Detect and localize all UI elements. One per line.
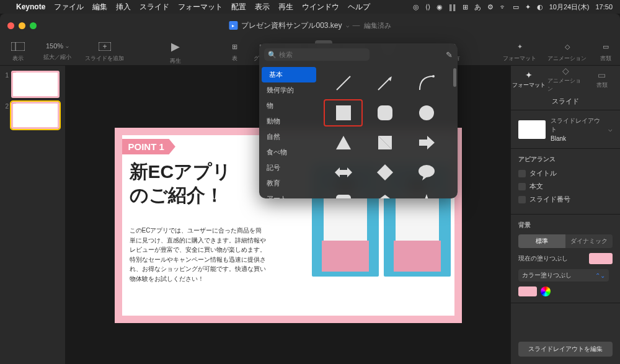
shape-triangle[interactable]	[324, 129, 363, 156]
shape-arrow-line[interactable]	[365, 69, 404, 97]
draw-shape-button[interactable]: ✎	[446, 50, 453, 60]
chevron-down-icon: ⌵	[608, 125, 613, 133]
shape-rounded-square[interactable]	[365, 99, 404, 127]
battery-icon[interactable]: ▭	[513, 3, 519, 11]
shape-cat-education[interactable]: 教育	[259, 175, 319, 191]
close-button[interactable]	[7, 22, 14, 29]
document-button[interactable]: ▭	[598, 40, 614, 53]
status-time[interactable]: 17:50	[595, 3, 613, 11]
menu-slide[interactable]: スライド	[140, 2, 169, 12]
format-button[interactable]: ✦	[512, 40, 528, 53]
svg-rect-8	[336, 105, 351, 120]
color-wheel-button[interactable]	[541, 286, 551, 296]
inspector: ✦フォーマット ◇アニメーション ▭書類 スライド スライドレイアウト Blan…	[510, 66, 620, 364]
svg-rect-9	[378, 105, 392, 120]
document-icon: ▸	[229, 21, 237, 30]
play-button[interactable]: ▶	[166, 37, 185, 56]
shape-curve[interactable]	[407, 69, 446, 97]
color-swatch[interactable]	[518, 286, 537, 296]
layout-selector[interactable]: スライドレイアウト Blank ⌵	[518, 117, 613, 142]
checkbox-slidenum[interactable]: スライド番号	[518, 195, 613, 204]
shape-arrow-right[interactable]	[407, 129, 446, 156]
seg-standard[interactable]: 標準	[518, 234, 565, 248]
seg-dynamic[interactable]: ダイナミック	[565, 234, 613, 248]
edit-layout-button[interactable]: スライドレイアウトを編集	[518, 342, 613, 357]
shape-cat-animals[interactable]: 動物	[259, 113, 319, 129]
add-slide-button[interactable]: +	[94, 40, 116, 53]
menu-play[interactable]: 再生	[278, 2, 293, 12]
shape-cat-geometric[interactable]: 幾何学的	[259, 82, 319, 98]
checkbox-body[interactable]: 本文	[518, 182, 613, 191]
shape-star[interactable]	[407, 189, 446, 198]
minimize-button[interactable]	[19, 22, 25, 29]
svg-line-4	[337, 76, 350, 90]
shape-line[interactable]	[324, 69, 363, 97]
shape-right-triangle[interactable]	[365, 129, 404, 156]
status-date[interactable]: 10月24日(木)	[549, 2, 590, 12]
shape-diamond[interactable]	[365, 159, 404, 186]
svg-marker-14	[419, 136, 435, 149]
tab-animate[interactable]: ◇アニメーション	[547, 66, 584, 93]
slide-title[interactable]: 新ECアプリ のご紹介！	[130, 160, 232, 206]
menu-insert[interactable]: 挿入	[116, 2, 131, 12]
checkbox-title[interactable]: タイトル	[518, 169, 613, 178]
shape-circle[interactable]	[407, 99, 446, 127]
status-icon[interactable]: ◐	[537, 3, 543, 11]
shape-double-arrow[interactable]	[324, 159, 363, 186]
slide-body-text[interactable]: このECアプリでは、ユーザーに合った商品を簡単に見つけ、直感的に購入できます。詳…	[130, 226, 266, 283]
status-icon[interactable]: ⊞	[463, 3, 468, 11]
menu-window[interactable]: ウインドウ	[302, 2, 339, 12]
animate-button[interactable]: ◇	[560, 40, 575, 53]
menu-view[interactable]: 表示	[255, 2, 270, 12]
table-button[interactable]: ⊞	[227, 40, 242, 53]
wifi-icon[interactable]: ᯤ	[500, 3, 507, 11]
shape-cat-symbols[interactable]: 記号	[259, 160, 319, 175]
tab-format[interactable]: ✦フォーマット	[511, 66, 547, 93]
svg-marker-16	[377, 164, 393, 180]
shape-cat-basic[interactable]: 基本	[262, 67, 316, 82]
shape-cat-art[interactable]: アート	[259, 191, 319, 198]
shapes-scrollbar[interactable]	[451, 66, 458, 198]
document-dropdown-icon[interactable]: ⌵	[346, 22, 349, 29]
tab-document[interactable]: ▭書類	[583, 66, 620, 93]
status-icon[interactable]: ✦	[525, 3, 531, 11]
status-icon[interactable]: ◎	[413, 3, 419, 11]
status-icon[interactable]: あ	[474, 2, 481, 12]
svg-marker-6	[388, 76, 392, 81]
slide-thumbnail[interactable]: 1	[2, 71, 63, 98]
slide-thumbnail[interactable]: 2	[2, 102, 63, 129]
menu-file[interactable]: ファイル	[54, 2, 84, 12]
shape-cat-objects[interactable]: 物	[259, 98, 319, 113]
menu-help[interactable]: ヘルプ	[348, 2, 370, 12]
view-button[interactable]	[6, 40, 30, 53]
fullscreen-button[interactable]	[30, 22, 37, 29]
background-label: 背景	[518, 221, 613, 229]
status-icon[interactable]: ⟨⟩	[425, 3, 430, 11]
status-icon[interactable]: ‖‖	[449, 3, 456, 11]
shape-rounded-rect[interactable]	[324, 189, 363, 198]
svg-point-10	[419, 105, 434, 120]
shape-pentagon[interactable]	[365, 189, 404, 198]
search-icon: 🔍	[268, 51, 277, 59]
play-label: 再生	[170, 57, 181, 65]
status-icon[interactable]: ◉	[436, 3, 443, 11]
menu-arrange[interactable]: 配置	[231, 2, 246, 12]
menu-edit[interactable]: 編集	[92, 2, 107, 12]
slide-navigator: 1 2	[0, 66, 66, 364]
shape-square[interactable]	[324, 99, 363, 127]
fill-swatch[interactable]	[589, 253, 613, 264]
menu-format[interactable]: フォーマット	[178, 2, 223, 12]
shape-speech-bubble[interactable]	[407, 159, 446, 186]
shapes-popover: 🔍 ✎ 基本 幾何学的 物 動物 自然 食べ物 記号 教育 アート 科学 人々 …	[259, 43, 458, 198]
app-name[interactable]: Keynote	[16, 2, 45, 11]
shapes-search-input[interactable]	[264, 48, 370, 61]
status-icon[interactable]: ⚙	[487, 3, 494, 11]
fill-type-dropdown[interactable]: カラー塗りつぶし⌃⌄	[518, 269, 609, 282]
document-title[interactable]: プレゼン資料サンプル003.key	[241, 20, 342, 31]
shape-cat-nature[interactable]: 自然	[259, 129, 319, 144]
shape-cat-food[interactable]: 食べ物	[259, 144, 319, 160]
slide-badge[interactable]: POINT 1	[122, 139, 175, 154]
status-area: ◎ ⟨⟩ ◉ ‖‖ ⊞ あ ⚙ ᯤ ▭ ✦ ◐ 10月24日(木) 17:50	[413, 2, 613, 12]
document-edited: 編集済み	[364, 21, 391, 30]
zoom-dropdown[interactable]: 150%⌵	[41, 40, 74, 52]
